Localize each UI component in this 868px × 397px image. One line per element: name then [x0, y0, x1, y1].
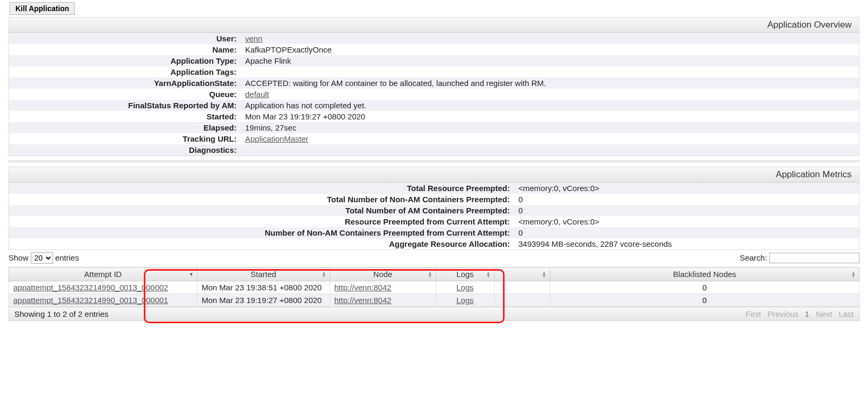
metrics-label: Total Resource Preempted: [9, 183, 513, 194]
application-overview-panel: Application Overview User:vennName:Kafka… [8, 17, 860, 156]
overview-link[interactable]: venn [245, 34, 263, 43]
metrics-label: Resource Preempted from Current Attempt: [9, 216, 513, 227]
overview-label: Queue: [9, 89, 240, 100]
metrics-value: 0 [513, 194, 859, 205]
overview-label: User: [9, 33, 240, 44]
search-control: Search: [740, 253, 860, 263]
overview-label: Diagnostics: [9, 144, 240, 156]
cell-blacklisted: 0 [550, 281, 860, 294]
metrics-value: <memory:0, vCores:0> [513, 183, 859, 194]
pager-last[interactable]: Last [839, 309, 854, 318]
page-size-select[interactable]: 20 [31, 252, 53, 264]
cell-attempt-id: appattempt_1584323214990_0013_000002 [9, 281, 197, 294]
cell-logs: Logs [436, 294, 494, 307]
node-link[interactable]: http://venn:8042 [334, 296, 392, 305]
overview-value: 19mins, 27sec [240, 122, 859, 133]
overview-value: Mon Mar 23 19:19:27 +0800 2020 [240, 111, 859, 122]
pager-current[interactable]: 1 [805, 309, 809, 318]
sort-icon: ▲▼ [322, 271, 326, 278]
column-header[interactable]: Attempt ID▼ [9, 267, 197, 281]
logs-link[interactable]: Logs [456, 283, 474, 292]
pager-next[interactable]: Next [816, 309, 832, 318]
logs-link[interactable]: Logs [456, 296, 474, 305]
application-metrics-title: Application Metrics [9, 167, 859, 183]
cell-extra [494, 294, 550, 307]
attempt-id-link[interactable]: appattempt_1584323214990_0013_000002 [13, 283, 168, 292]
application-overview-title: Application Overview [9, 18, 859, 33]
metrics-label: Number of Non-AM Containers Preempted fr… [9, 227, 513, 238]
metrics-label: Total Number of AM Containers Preempted: [9, 205, 513, 216]
application-metrics-panel: Application Metrics Total Resource Preem… [8, 167, 860, 250]
column-header-label: Node [374, 270, 393, 279]
show-prefix: Show [8, 253, 29, 262]
overview-label: Application Tags: [9, 66, 240, 77]
sort-icon: ▼ [189, 273, 194, 276]
show-suffix: entries [55, 253, 79, 262]
overview-link[interactable]: default [245, 90, 269, 99]
pager-prev[interactable]: Previous [768, 309, 798, 318]
pager: First Previous 1 Next Last [741, 309, 854, 318]
overview-label: FinalStatus Reported by AM: [9, 100, 240, 111]
overview-value: KafkaPTOPExactlyOnce [240, 44, 859, 55]
metrics-value: <memory:0, vCores:0> [513, 216, 859, 227]
metrics-table: Total Resource Preempted:<memory:0, vCor… [9, 183, 859, 249]
cell-blacklisted: 0 [550, 294, 860, 307]
cell-node: http://venn:8042 [330, 281, 436, 294]
overview-label: Name: [9, 44, 240, 55]
overview-value: Application has not completed yet. [240, 100, 859, 111]
column-header[interactable]: Logs▲▼ [436, 267, 494, 281]
cell-extra [494, 281, 550, 294]
overview-label: Started: [9, 111, 240, 122]
overview-link[interactable]: ApplicationMaster [245, 134, 308, 143]
overview-value: Apache Flink [240, 55, 859, 66]
pager-first[interactable]: First [745, 309, 761, 318]
metrics-value: 0 [513, 205, 859, 216]
length-control: Show 20 entries [8, 252, 79, 264]
column-header-label: Blacklisted Nodes [673, 270, 736, 279]
column-header-label: Started [250, 270, 276, 279]
metrics-label: Aggregate Resource Allocation: [9, 238, 513, 249]
cell-logs: Logs [436, 281, 494, 294]
panel-divider [8, 160, 860, 162]
cell-started: Mon Mar 23 19:19:27 +0800 2020 [197, 294, 330, 307]
overview-value: ACCEPTED: waiting for AM container to be… [240, 77, 859, 89]
overview-value: venn [240, 33, 859, 44]
sort-icon: ▲▼ [428, 271, 432, 278]
datatable-toolbar: Show 20 entries Search: [8, 250, 860, 267]
column-header-label: Logs [456, 270, 474, 279]
overview-label: Tracking URL: [9, 133, 240, 144]
datatable-info: Showing 1 to 2 of 2 entries [14, 309, 109, 318]
sort-icon: ▲▼ [486, 271, 491, 278]
overview-label: Application Type: [9, 55, 240, 66]
attempts-table: Attempt ID▼Started▲▼Node▲▼Logs▲▼▲▼Blackl… [8, 267, 860, 307]
kill-application-button[interactable]: Kill Application [10, 2, 75, 15]
table-row: appattempt_1584323214990_0013_000002Mon … [9, 281, 860, 294]
sort-icon: ▲▼ [542, 271, 546, 278]
attempt-id-link[interactable]: appattempt_1584323214990_0013_000001 [13, 296, 168, 305]
metrics-label: Total Number of Non-AM Containers Preemp… [9, 194, 513, 205]
column-header[interactable]: Blacklisted Nodes▲▼ [550, 267, 860, 281]
metrics-value: 3493994 MB-seconds, 2287 vcore-seconds [513, 238, 859, 249]
cell-started: Mon Mar 23 19:38:51 +0800 2020 [197, 281, 330, 294]
column-header[interactable]: Node▲▼ [330, 267, 436, 281]
sort-icon: ▲▼ [851, 271, 856, 278]
cell-node: http://venn:8042 [330, 294, 436, 307]
overview-label: YarnApplicationState: [9, 77, 240, 89]
metrics-value: 0 [513, 227, 859, 238]
column-header-label: Attempt ID [84, 270, 122, 279]
column-header[interactable]: ▲▼ [494, 267, 550, 281]
overview-table: User:vennName:KafkaPTOPExactlyOnceApplic… [9, 33, 859, 156]
overview-value: ApplicationMaster [240, 133, 859, 144]
overview-value [240, 66, 859, 77]
node-link[interactable]: http://venn:8042 [334, 283, 392, 292]
search-input[interactable] [769, 253, 860, 263]
search-label: Search: [740, 253, 767, 262]
overview-value [240, 144, 859, 156]
column-header[interactable]: Started▲▼ [197, 267, 330, 281]
cell-attempt-id: appattempt_1584323214990_0013_000001 [9, 294, 197, 307]
overview-label: Elapsed: [9, 122, 240, 133]
overview-value: default [240, 89, 859, 100]
table-row: appattempt_1584323214990_0013_000001Mon … [9, 294, 860, 307]
datatable-footer: Showing 1 to 2 of 2 entries First Previo… [8, 307, 860, 321]
